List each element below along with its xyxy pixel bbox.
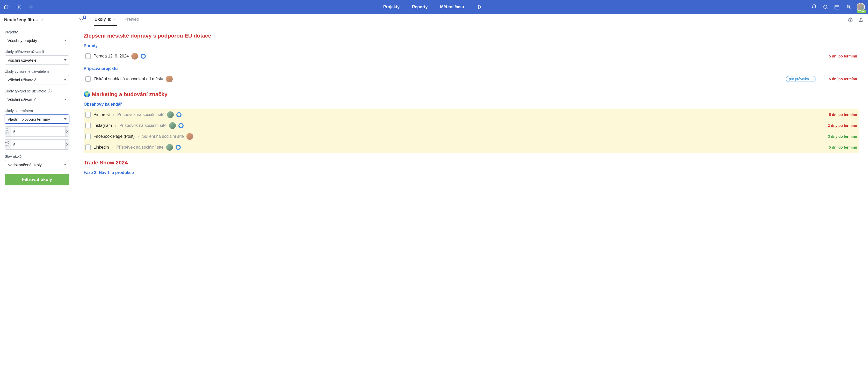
plus-prefix: +X dní — [5, 139, 11, 150]
assignee-avatar[interactable] — [169, 122, 176, 129]
nav-projects[interactable]: Projekty — [383, 5, 400, 9]
task-breadcrumb: Příspěvek na sociální sítě — [117, 113, 164, 117]
task-name: Získání souhlasů a povolení od města — [93, 76, 163, 81]
tag-chip[interactable]: pro právníka — [786, 76, 816, 82]
task-checkbox[interactable] — [85, 53, 91, 59]
body: Projekty Všechny projekty Úkoly přiřazen… — [0, 26, 868, 377]
topbar: Projekty Reporty Měření času TRIAL — [0, 0, 868, 14]
created-filter-select[interactable]: Všichni uživatelé — [5, 75, 69, 85]
assigned-filter-select[interactable]: Všichni uživatelé — [5, 55, 69, 65]
topbar-right: TRIAL — [811, 3, 865, 11]
view-tabs: Úkoly Přehled — [89, 14, 139, 26]
svg-point-0 — [18, 6, 20, 8]
task-list-main: Zlepšení městské dopravy s podporou EU d… — [74, 26, 868, 377]
chevron-down-icon — [40, 18, 43, 22]
projects-filter-value: Všechny projekty — [7, 38, 37, 43]
assignee-avatar[interactable] — [166, 144, 173, 151]
subsection-title[interactable]: Příprava projektu — [84, 66, 859, 71]
status-filter-value: Nedokončené úkoly — [7, 163, 42, 167]
settings-icon[interactable] — [847, 17, 854, 23]
subsection-title[interactable]: Porady — [84, 43, 859, 48]
priority-ring-icon[interactable] — [141, 54, 146, 59]
filter-presets-button[interactable]: 1 — [74, 14, 89, 26]
svg-rect-2 — [835, 5, 839, 9]
projects-filter-label: Projekty — [5, 30, 69, 34]
play-icon[interactable] — [476, 4, 483, 10]
task-checkbox[interactable] — [85, 145, 91, 150]
task-checkbox[interactable] — [85, 76, 91, 82]
related-filter-select[interactable]: Všichni uživatelé — [5, 95, 69, 104]
bell-icon[interactable] — [811, 4, 817, 10]
close-icon — [65, 130, 69, 133]
project-title[interactable]: 🌍 Marketing a budování značky — [84, 91, 859, 97]
info-icon[interactable]: i — [48, 89, 52, 93]
deadline-filter-label: Úkoly s termínem — [5, 109, 69, 113]
task-breadcrumb: Příspěvek na sociální sítě — [116, 145, 163, 150]
svg-point-5 — [850, 19, 851, 21]
assignee-avatar[interactable] — [131, 53, 138, 60]
status-filter-label: Stav úkolů — [5, 154, 69, 158]
secbar-actions — [843, 14, 868, 26]
created-filter-value: Všichni uživatelé — [7, 78, 36, 82]
gear-icon[interactable] — [16, 4, 22, 10]
close-icon — [65, 143, 69, 146]
task-row[interactable]: Linkedin › Příspěvek na sociální sítě 5 … — [84, 142, 859, 153]
task-name: Facebook Page (Post) — [93, 134, 135, 139]
subsection-title[interactable]: Obsahový kalendář — [84, 102, 859, 107]
subsection-title[interactable]: Fáze 2: Návrh a produkce — [84, 170, 859, 175]
assignee-avatar[interactable] — [166, 75, 173, 82]
tab-tasks-label: Úkoly — [95, 17, 106, 22]
topbar-center: Projekty Reporty Měření času — [55, 4, 811, 10]
priority-ring-icon[interactable] — [176, 112, 182, 117]
filters-sidebar: Projekty Všechny projekty Úkoly přiřazen… — [0, 26, 74, 377]
home-icon[interactable] — [3, 4, 9, 10]
filterset-dropdown[interactable]: Neuložený filtr... — [0, 14, 74, 26]
clear-plus-button[interactable] — [65, 139, 69, 150]
calendar-icon[interactable] — [834, 4, 840, 10]
task-name: Pinterest — [93, 113, 110, 117]
nav-time-tracking[interactable]: Měření času — [440, 5, 464, 9]
search-icon[interactable] — [823, 4, 829, 10]
task-row[interactable]: Získání souhlasů a povolení od města pro… — [84, 73, 859, 85]
task-checkbox[interactable] — [85, 123, 91, 128]
project-title-text: Marketing a budování značky — [92, 91, 167, 97]
share-icon[interactable] — [858, 17, 864, 23]
project-title[interactable]: Trade Show 2024 — [84, 159, 859, 166]
plus-days-input[interactable] — [11, 139, 65, 150]
task-row[interactable]: Pinterest › Příspěvek na sociální sítě 5… — [84, 109, 859, 120]
due-label: 5 dní po termínu — [829, 77, 857, 81]
minus-prefix: -X dní — [5, 126, 11, 137]
clear-minus-button[interactable] — [65, 126, 69, 137]
task-breadcrumb: Příspěvek na sociální sítě — [119, 123, 166, 128]
chevron-right-icon: › — [112, 145, 114, 149]
tab-tasks[interactable]: Úkoly — [94, 14, 117, 26]
created-filter-label: Úkoly vytvořené uživatelem — [5, 69, 69, 73]
nav-reports[interactable]: Reporty — [412, 5, 428, 9]
status-filter-select[interactable]: Nedokončené úkoly — [5, 160, 69, 169]
plus-icon[interactable] — [28, 4, 34, 10]
assigned-filter-label: Úkoly přiřazené uživateli — [5, 50, 69, 54]
user-menu[interactable]: TRIAL — [857, 3, 865, 11]
task-row[interactable]: Porada 12. 9. 2024 5 dní po termínu — [84, 51, 859, 62]
svg-point-1 — [824, 5, 827, 8]
apply-filters-button[interactable]: Filtrovat úkoly — [5, 174, 69, 185]
deadline-filter-select[interactable]: Vlastní: plovoucí termíny — [5, 115, 69, 124]
assignee-avatar[interactable] — [186, 133, 193, 140]
task-checkbox[interactable] — [85, 134, 91, 139]
due-label: 5 dní po termínu — [829, 54, 857, 58]
chevron-right-icon: › — [137, 134, 140, 138]
priority-ring-icon[interactable] — [176, 145, 181, 150]
project-title[interactable]: Zlepšení městské dopravy s podporou EU d… — [84, 33, 859, 39]
tab-overview[interactable]: Přehled — [124, 14, 139, 26]
people-icon[interactable] — [845, 4, 851, 10]
projects-filter-select[interactable]: Všechny projekty — [5, 36, 69, 45]
presets-badge: 1 — [83, 15, 86, 19]
priority-ring-icon[interactable] — [178, 123, 184, 128]
task-row[interactable]: Instagram › Příspěvek na sociální sítě 3… — [84, 120, 859, 131]
assignee-avatar[interactable] — [167, 111, 174, 118]
tab-overview-label: Přehled — [125, 17, 139, 22]
minus-days-input[interactable] — [11, 126, 65, 137]
task-row[interactable]: Facebook Page (Post) › Sdílení na sociál… — [84, 131, 859, 142]
due-label: 3 dny do termínu — [828, 134, 857, 138]
task-checkbox[interactable] — [85, 112, 91, 118]
